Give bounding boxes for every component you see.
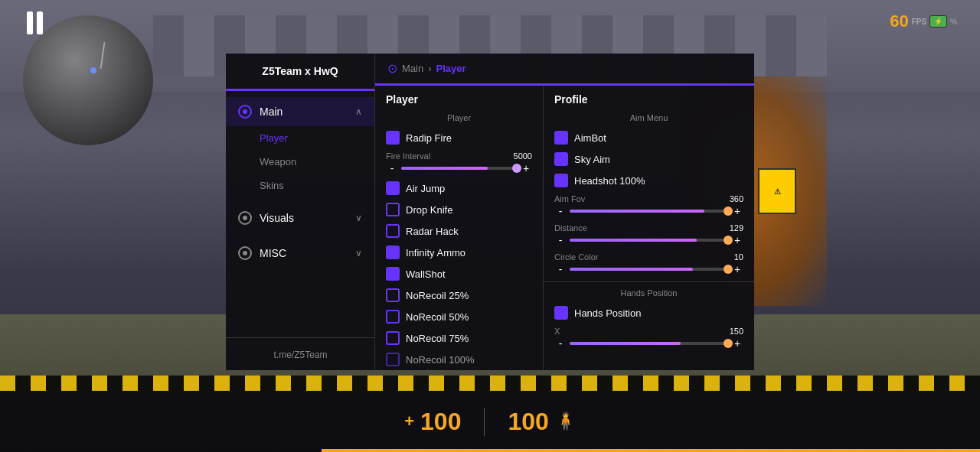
- sphere-dot: [90, 67, 96, 73]
- toggle-box-wallshot[interactable]: [386, 267, 400, 281]
- toggle-norecoil-25[interactable]: NoRecoil 25%: [375, 285, 543, 306]
- sidebar-item-weapon[interactable]: Weapon: [260, 150, 374, 174]
- fire-interval-label: Fire Interval: [386, 151, 430, 161]
- fire-interval-value: 5000: [514, 151, 532, 161]
- hands-x-thumb: [724, 339, 733, 348]
- toggle-norecoil-100[interactable]: NoRecoil 100%: [375, 349, 543, 370]
- fps-label: FPS: [912, 18, 926, 26]
- fire-interval-plus[interactable]: +: [520, 162, 532, 174]
- fire-interval-thumb: [512, 164, 521, 173]
- sidebar-footer: t.me/Z5Team: [226, 337, 375, 370]
- distance-track[interactable]: [570, 239, 728, 242]
- player-panel-title: Player: [375, 86, 543, 110]
- floor-stripes: [0, 376, 980, 391]
- main-panels: ⊙ Main › Player Player Player Radip Fire…: [375, 54, 754, 370]
- distance-plus[interactable]: +: [731, 234, 743, 246]
- sidebar-item-player[interactable]: Player: [260, 126, 374, 150]
- sidebar-item-main[interactable]: Main ∧: [226, 97, 374, 126]
- sidebar-title: Z5Team x HwQ: [262, 65, 338, 77]
- toggle-box-radip-fire[interactable]: [386, 131, 400, 145]
- toggle-aimbot[interactable]: AimBot: [544, 127, 754, 148]
- toggle-drop-knife[interactable]: Drop Knife: [375, 199, 543, 220]
- toggle-label-sky-aim: Sky Aim: [574, 154, 610, 165]
- toggle-box-sky-aim[interactable]: [554, 152, 568, 166]
- toggle-label-norecoil-100: NoRecoil 100%: [406, 354, 475, 366]
- person-icon: 🧍: [555, 411, 576, 431]
- sidebar-header: Z5Team x HwQ: [226, 54, 374, 91]
- profile-panel-title: Profile: [544, 86, 754, 110]
- sidebar-footer-text: t.me/Z5Team: [273, 350, 327, 360]
- hands-x-plus[interactable]: +: [731, 337, 743, 350]
- toggle-box-norecoil-75[interactable]: [386, 331, 400, 345]
- toggle-label-infinity-ammo: Infinity Ammo: [406, 247, 466, 259]
- sidebar-item-misc[interactable]: MISC ∨: [226, 239, 374, 268]
- pause-icon[interactable]: [27, 11, 43, 34]
- distance-value: 129: [730, 223, 743, 233]
- misc-nav-label: MISC: [260, 247, 348, 259]
- aim-fov-controls: - +: [554, 205, 743, 217]
- visuals-nav-label: Visuals: [260, 212, 348, 224]
- fire-interval-fill: [401, 167, 488, 170]
- toggle-label-norecoil-25: NoRecoil 25%: [406, 290, 469, 301]
- hands-x-track[interactable]: [570, 342, 728, 345]
- toggle-label-drop-knife: Drop Knife: [406, 204, 452, 216]
- aim-fov-value: 360: [730, 194, 743, 203]
- misc-nav-icon: [238, 246, 252, 260]
- toggle-radar-hack[interactable]: Radar Hack: [375, 220, 543, 242]
- hands-x-minus[interactable]: -: [554, 337, 567, 350]
- circle-color-slider-row: Circle Color 10 - +: [544, 249, 754, 278]
- toggle-label-radip-fire: Radip Fire: [406, 132, 452, 144]
- toggle-box-hands-position[interactable]: [554, 306, 568, 320]
- breadcrumb: ⊙ Main › Player: [375, 54, 754, 86]
- main-nav-chevron: ∧: [355, 106, 362, 117]
- toggle-norecoil-50[interactable]: NoRecoil 50%: [375, 306, 543, 327]
- distance-label: Distance: [554, 223, 587, 233]
- health-plus-icon: +: [404, 411, 414, 431]
- toggle-headshot[interactable]: Headshot 100%: [544, 170, 754, 191]
- toggle-norecoil-75[interactable]: NoRecoil 75%: [375, 327, 543, 349]
- toggle-box-norecoil-50[interactable]: [386, 310, 400, 324]
- aim-fov-slider-row: Aim Fov 360 - +: [544, 191, 754, 220]
- fire-interval-minus[interactable]: -: [386, 162, 398, 174]
- aim-fov-plus[interactable]: +: [731, 205, 743, 217]
- toggle-box-radar-hack[interactable]: [386, 224, 400, 238]
- fire-interval-slider-row: Fire Interval 5000 - +: [375, 148, 543, 177]
- fire-interval-track[interactable]: [401, 167, 517, 170]
- sidebar-item-visuals[interactable]: Visuals ∨: [226, 203, 374, 233]
- toggle-infinity-ammo[interactable]: Infinity Ammo: [375, 242, 543, 263]
- circle-color-minus[interactable]: -: [554, 263, 567, 275]
- distance-thumb: [724, 236, 733, 245]
- toggle-hands-position[interactable]: Hands Position: [544, 302, 754, 324]
- breadcrumb-current: Player: [436, 63, 466, 74]
- toggle-air-jump[interactable]: Air Jump: [375, 177, 543, 199]
- toggle-wallshot[interactable]: WallShot: [375, 263, 543, 285]
- toggle-box-norecoil-100[interactable]: [386, 353, 400, 366]
- toggle-sky-aim[interactable]: Sky Aim: [544, 148, 754, 170]
- circle-color-plus[interactable]: +: [731, 263, 743, 275]
- hands-x-controls: - +: [554, 337, 743, 350]
- toggle-box-norecoil-25[interactable]: [386, 288, 400, 302]
- circle-color-track[interactable]: [570, 268, 728, 271]
- hands-x-label: X: [554, 327, 560, 336]
- breadcrumb-separator: ›: [428, 63, 431, 74]
- aim-fov-track[interactable]: [570, 210, 728, 213]
- warning-sign: ⚠: [758, 168, 796, 214]
- section-divider: [544, 281, 754, 282]
- main-nav-icon: [238, 105, 252, 119]
- hud-progress-bar: [322, 449, 980, 452]
- toggle-label-air-jump: Air Jump: [406, 183, 445, 194]
- distance-minus[interactable]: -: [554, 234, 567, 246]
- main-nav-label: Main: [260, 106, 348, 118]
- sidebar-item-skins[interactable]: Skins: [260, 174, 374, 197]
- toggle-box-drop-knife[interactable]: [386, 203, 400, 216]
- toggle-label-norecoil-50: NoRecoil 50%: [406, 311, 469, 323]
- toggle-label-headshot: Headshot 100%: [574, 175, 645, 187]
- toggle-radip-fire[interactable]: Radip Fire: [375, 127, 543, 148]
- circle-color-label: Circle Color: [554, 252, 598, 262]
- aim-fov-minus[interactable]: -: [554, 205, 567, 217]
- toggle-box-aimbot[interactable]: [554, 131, 568, 145]
- toggle-label-aimbot: AimBot: [574, 132, 606, 144]
- toggle-box-headshot[interactable]: [554, 174, 568, 187]
- toggle-box-infinity-ammo[interactable]: [386, 246, 400, 259]
- toggle-box-air-jump[interactable]: [386, 181, 400, 195]
